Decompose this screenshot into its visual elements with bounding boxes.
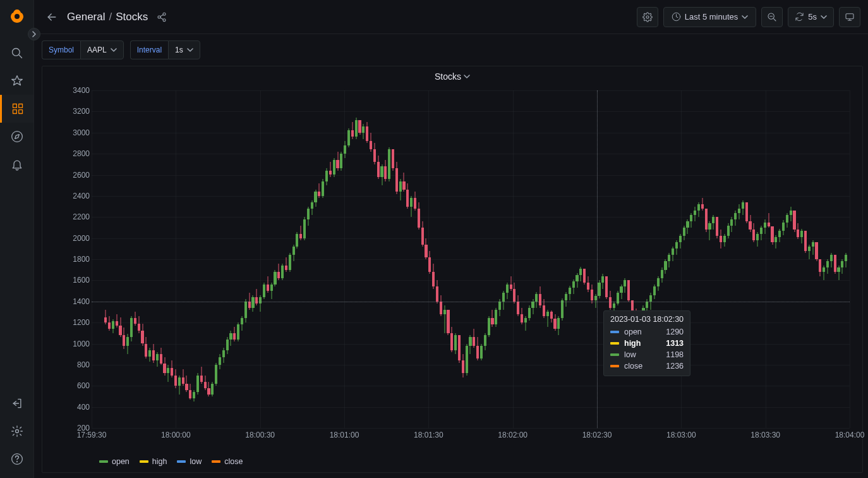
candle: [237, 90, 239, 428]
tooltip-swatch: [610, 365, 619, 367]
zoom-out-button[interactable]: [761, 7, 783, 27]
candle: [185, 90, 188, 428]
candle: [826, 90, 829, 428]
y-tick-label: 2000: [73, 234, 90, 243]
candle: [193, 90, 195, 428]
tooltip-timestamp: 2023-01-03 18:02:30: [610, 315, 684, 324]
candle: [720, 90, 722, 428]
breadcrumb-sep: /: [109, 11, 112, 23]
candle: [215, 90, 217, 428]
svg-rect-3: [19, 104, 23, 108]
nav-help[interactable]: [0, 445, 34, 473]
variable-symbol-select[interactable]: AAPL: [80, 40, 124, 59]
nav-starred[interactable]: [0, 67, 34, 95]
candle: [815, 90, 817, 428]
candle: [756, 90, 759, 428]
candle: [675, 90, 678, 428]
x-tick-label: 18:03:30: [750, 431, 780, 439]
candle: [473, 90, 475, 428]
y-tick-label: 400: [77, 403, 90, 412]
y-axis: 2004006008001000120014001600180020002200…: [42, 90, 92, 428]
candle: [561, 90, 564, 428]
variable-interval-select[interactable]: 1s: [168, 40, 200, 59]
candle: [145, 90, 147, 428]
svg-point-13: [646, 16, 649, 18]
candle: [786, 90, 788, 428]
candle: [130, 90, 133, 428]
candle: [443, 90, 446, 428]
x-tick-label: 18:00:00: [161, 431, 191, 439]
nav-alerting[interactable]: [0, 150, 34, 178]
grafana-logo[interactable]: [8, 8, 26, 25]
nav-search[interactable]: [0, 39, 34, 67]
refresh-interval-label: 5s: [808, 12, 817, 21]
candle: [384, 90, 387, 428]
nav-signin[interactable]: [0, 389, 34, 417]
candle: [834, 90, 836, 428]
candle: [410, 90, 413, 428]
candle: [800, 90, 803, 428]
nav-dashboards[interactable]: [0, 95, 34, 123]
candle: [605, 90, 608, 428]
candle: [388, 90, 390, 428]
time-picker-button[interactable]: Last 5 minutes: [663, 7, 757, 27]
svg-point-6: [11, 132, 22, 142]
candle: [498, 90, 501, 428]
candle: [196, 90, 199, 428]
chart-plot-area[interactable]: 2023-01-03 18:02:30 open 1290 high 1313 …: [92, 90, 850, 428]
candle: [325, 90, 328, 428]
breadcrumb-dashboard[interactable]: Stocks: [116, 11, 148, 23]
candle: [336, 90, 339, 428]
panel-title[interactable]: Stocks: [42, 66, 862, 84]
back-button[interactable]: [42, 7, 62, 27]
sidebar-expand-toggle[interactable]: [28, 28, 40, 40]
y-tick-label: 3000: [73, 128, 90, 137]
candle: [244, 90, 247, 428]
candle: [458, 90, 461, 428]
y-tick-label: 3200: [73, 107, 90, 116]
candle: [491, 90, 493, 428]
candle: [627, 90, 630, 428]
candle: [686, 90, 689, 428]
candle: [576, 90, 578, 428]
candle: [631, 90, 634, 428]
candle: [476, 90, 479, 428]
refresh-button[interactable]: 5s: [788, 7, 834, 27]
tooltip-series-value: 1198: [666, 349, 684, 360]
candle: [524, 90, 527, 428]
candle: [171, 90, 173, 428]
legend-item[interactable]: high: [140, 457, 167, 466]
y-tick-label: 2800: [73, 149, 90, 158]
candle: [712, 90, 714, 428]
y-tick-label: 2400: [73, 192, 90, 200]
candle: [395, 90, 398, 428]
candle: [812, 90, 814, 428]
variable-interval: Interval 1s: [130, 40, 200, 59]
candle: [428, 90, 431, 428]
breadcrumb[interactable]: General / Stocks: [67, 11, 148, 23]
candle: [749, 90, 751, 428]
nav-settings[interactable]: [0, 417, 34, 445]
legend-item[interactable]: open: [99, 457, 130, 466]
candle: [502, 90, 505, 428]
candle: [620, 90, 622, 428]
candle: [531, 90, 534, 428]
x-tick-label: 18:04:00: [835, 431, 865, 439]
legend-item[interactable]: close: [212, 457, 243, 466]
candle: [296, 90, 298, 428]
candle: [112, 90, 114, 428]
panel-stocks: Stocks 200400600800100012001400160018002…: [42, 66, 863, 473]
breadcrumb-folder[interactable]: General: [67, 11, 105, 23]
candle: [138, 90, 140, 428]
dashboard-settings-button[interactable]: [637, 7, 658, 27]
kiosk-mode-button[interactable]: [839, 7, 860, 27]
candle: [370, 90, 372, 428]
nav-explore[interactable]: [0, 123, 34, 150]
variable-interval-value: 1s: [175, 46, 183, 54]
legend-item[interactable]: low: [177, 457, 202, 466]
legend-label: low: [190, 457, 202, 466]
share-button[interactable]: [157, 12, 167, 22]
candle: [277, 90, 280, 428]
tooltip-series-name: low: [624, 349, 649, 360]
candle: [661, 90, 663, 428]
